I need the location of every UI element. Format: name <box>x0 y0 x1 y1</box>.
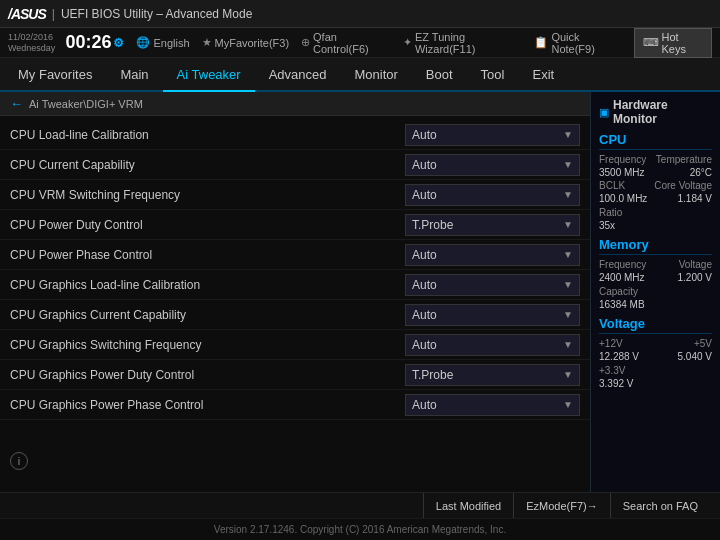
cpu-ratio: 35x <box>599 220 712 231</box>
setting-dropdown[interactable]: Auto▼ <box>405 184 580 206</box>
setting-dropdown[interactable]: Auto▼ <box>405 124 580 146</box>
chevron-down-icon: ▼ <box>563 249 573 260</box>
setting-row: CPU Graphics Current CapabilityAuto▼ <box>0 300 590 330</box>
nav-item-my-favorites[interactable]: My Favorites <box>4 58 106 92</box>
gear-icon[interactable]: ⚙ <box>113 36 124 50</box>
voltage-section-title: Voltage <box>599 316 712 334</box>
topbar: /ASUS | UEFI BIOS Utility – Advanced Mod… <box>0 0 720 28</box>
volt-33: 3.392 V <box>599 378 712 389</box>
chevron-down-icon: ▼ <box>563 309 573 320</box>
setting-dropdown[interactable]: Auto▼ <box>405 274 580 296</box>
nav-item-advanced[interactable]: Advanced <box>255 58 341 92</box>
cpu-bclk-row: BCLK Core Voltage <box>599 180 712 191</box>
chevron-down-icon: ▼ <box>563 219 573 230</box>
back-icon[interactable]: ← <box>10 96 23 111</box>
setting-label: CPU Current Capability <box>10 158 405 172</box>
lang-icon: 🌐 <box>136 36 150 49</box>
favorite-item[interactable]: ★ MyFavorite(F3) <box>202 36 290 49</box>
nav-item-boot[interactable]: Boot <box>412 58 467 92</box>
setting-row: CPU Graphics Load-line CalibrationAuto▼ <box>0 270 590 300</box>
quicknote-item[interactable]: 📋 Quick Note(F9) <box>534 31 621 55</box>
qfan-item[interactable]: ⊕ Qfan Control(F6) <box>301 31 391 55</box>
settings-list: CPU Load-line CalibrationAuto▼CPU Curren… <box>0 116 590 424</box>
nav-item-monitor[interactable]: Monitor <box>341 58 412 92</box>
mem-freq-val-row: 2400 MHz 1.200 V <box>599 272 712 283</box>
nav-item-exit[interactable]: Exit <box>518 58 568 92</box>
setting-row: CPU Power Duty ControlT.Probe▼ <box>0 210 590 240</box>
chevron-down-icon: ▼ <box>563 399 573 410</box>
bios-title: UEFI BIOS Utility – Advanced Mode <box>61 7 252 21</box>
keyboard-icon: ⌨ <box>643 36 659 49</box>
cpu-freq-val-row: 3500 MHz 26°C <box>599 167 712 178</box>
last-modified-button[interactable]: Last Modified <box>423 493 513 518</box>
hw-monitor-title: Hardware Monitor <box>613 98 712 126</box>
cpu-section-title: CPU <box>599 132 712 150</box>
nav-item-tool[interactable]: Tool <box>467 58 519 92</box>
monitor-icon: ▣ <box>599 106 609 119</box>
setting-dropdown[interactable]: T.Probe▼ <box>405 214 580 236</box>
setting-dropdown[interactable]: Auto▼ <box>405 244 580 266</box>
breadcrumb-path: Ai Tweaker\DIGI+ VRM <box>29 98 143 110</box>
info-icon[interactable]: i <box>10 452 28 470</box>
setting-dropdown[interactable]: Auto▼ <box>405 394 580 416</box>
setting-label: CPU Graphics Power Duty Control <box>10 368 405 382</box>
clock: 00:26 ⚙ <box>65 32 124 53</box>
setting-label: CPU Graphics Load-line Calibration <box>10 278 405 292</box>
chevron-down-icon: ▼ <box>563 159 573 170</box>
setting-label: CPU Graphics Switching Frequency <box>10 338 405 352</box>
chevron-down-icon: ▼ <box>563 369 573 380</box>
lang-item[interactable]: 🌐 English <box>136 36 189 49</box>
fan-icon: ⊕ <box>301 36 310 49</box>
hardware-monitor-panel: ▣ Hardware Monitor CPU Frequency Tempera… <box>590 92 720 492</box>
setting-label: CPU Power Phase Control <box>10 248 405 262</box>
setting-dropdown[interactable]: T.Probe▼ <box>405 364 580 386</box>
cpu-bclk-val-row: 100.0 MHz 1.184 V <box>599 193 712 204</box>
note-icon: 📋 <box>534 36 548 49</box>
date-line1: 11/02/2016 <box>8 32 55 43</box>
breadcrumb: ← Ai Tweaker\DIGI+ VRM <box>0 92 590 116</box>
setting-row: CPU Graphics Power Phase ControlAuto▼ <box>0 390 590 420</box>
mem-capacity: 16384 MB <box>599 299 712 310</box>
eztuning-item[interactable]: ✦ EZ Tuning Wizard(F11) <box>403 31 523 55</box>
setting-label: CPU Graphics Current Capability <box>10 308 405 322</box>
asus-logo: /ASUS <box>8 6 46 22</box>
setting-dropdown[interactable]: Auto▼ <box>405 334 580 356</box>
setting-row: CPU Power Phase ControlAuto▼ <box>0 240 590 270</box>
setting-dropdown[interactable]: Auto▼ <box>405 154 580 176</box>
setting-label: CPU Graphics Power Phase Control <box>10 398 405 412</box>
statusbar: 11/02/2016 Wednesday 00:26 ⚙ 🌐 English ★… <box>0 28 720 58</box>
bottombar: Last Modified EzMode(F7)→ Search on FAQ <box>0 492 720 518</box>
nav-item-ai-tweaker[interactable]: Ai Tweaker <box>163 58 255 92</box>
footer: Version 2.17.1246. Copyright (C) 2016 Am… <box>0 518 720 540</box>
memory-section-title: Memory <box>599 237 712 255</box>
chevron-down-icon: ▼ <box>563 189 573 200</box>
setting-label: CPU Load-line Calibration <box>10 128 405 142</box>
setting-label: CPU Power Duty Control <box>10 218 405 232</box>
date-line2: Wednesday <box>8 43 55 54</box>
star-icon: ★ <box>202 36 212 49</box>
chevron-down-icon: ▼ <box>563 279 573 290</box>
setting-row: CPU Current CapabilityAuto▼ <box>0 150 590 180</box>
chevron-down-icon: ▼ <box>563 339 573 350</box>
volt-12-val-row: 12.288 V 5.040 V <box>599 351 712 362</box>
datetime: 11/02/2016 Wednesday <box>8 32 55 54</box>
hotkeys-button[interactable]: ⌨ Hot Keys <box>634 28 713 58</box>
setting-label: CPU VRM Switching Frequency <box>10 188 405 202</box>
search-faq-button[interactable]: Search on FAQ <box>610 493 710 518</box>
nav-item-main[interactable]: Main <box>106 58 162 92</box>
wand-icon: ✦ <box>403 36 412 49</box>
cpu-freq-row: Frequency Temperature <box>599 154 712 165</box>
volt-12-row: +12V +5V <box>599 338 712 349</box>
ezmode-button[interactable]: EzMode(F7)→ <box>513 493 610 518</box>
mem-freq-row: Frequency Voltage <box>599 259 712 270</box>
chevron-down-icon: ▼ <box>563 129 573 140</box>
setting-dropdown[interactable]: Auto▼ <box>405 304 580 326</box>
setting-row: CPU Graphics Power Duty ControlT.Probe▼ <box>0 360 590 390</box>
left-panel: ← Ai Tweaker\DIGI+ VRM CPU Load-line Cal… <box>0 92 590 492</box>
navbar: My FavoritesMainAi TweakerAdvancedMonito… <box>0 58 720 92</box>
main-content: ← Ai Tweaker\DIGI+ VRM CPU Load-line Cal… <box>0 92 720 492</box>
setting-row: CPU VRM Switching FrequencyAuto▼ <box>0 180 590 210</box>
setting-row: CPU Graphics Switching FrequencyAuto▼ <box>0 330 590 360</box>
setting-row: CPU Load-line CalibrationAuto▼ <box>0 120 590 150</box>
